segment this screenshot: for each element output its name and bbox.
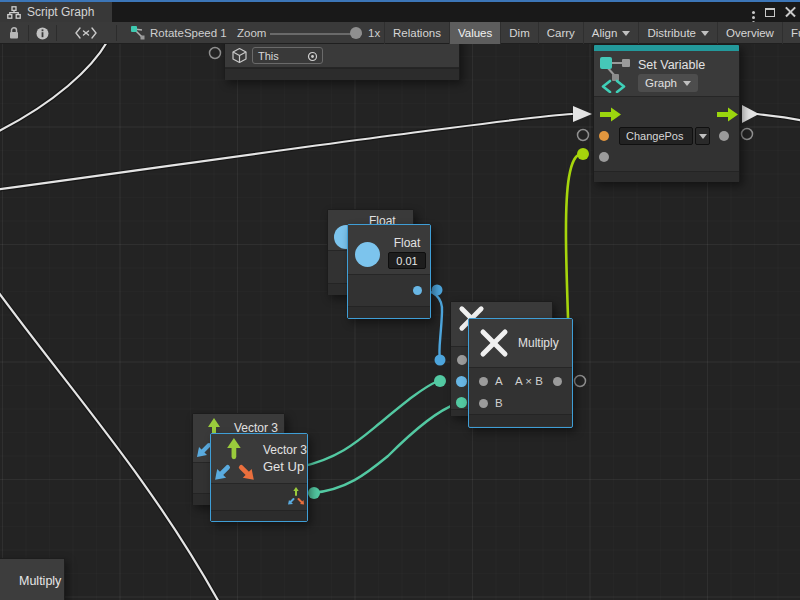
vector3-footer	[211, 510, 307, 521]
dropdown-distribute[interactable]: Distribute	[638, 22, 717, 44]
cube-icon	[231, 47, 248, 64]
multiply-port-b[interactable]	[479, 399, 488, 408]
setvariable-input-bubble	[578, 130, 589, 141]
toggle-relations[interactable]: Relations	[384, 22, 449, 44]
angle-brackets-x-icon	[75, 27, 97, 39]
toolbar-toggles: Relations Values Dim Carry Align Distrib…	[384, 22, 800, 44]
float-icon	[355, 242, 380, 267]
toggle-carry[interactable]: Carry	[538, 22, 583, 44]
this-node-port-bubble	[210, 48, 221, 59]
set-variable-title: Set Variable	[638, 58, 705, 72]
zoom-label: Zoom	[237, 22, 266, 44]
float-value-input[interactable]: 0.01	[388, 252, 426, 269]
multiply-footer	[469, 414, 572, 426]
this-node-footer	[225, 68, 459, 80]
multiply-back-port[interactable]	[457, 355, 467, 365]
float-title: Float	[388, 236, 426, 250]
tab-bar: Script Graph	[0, 2, 800, 22]
getup-output-dot	[308, 487, 320, 499]
variable-name-dropdown-button[interactable]	[695, 127, 710, 145]
chevron-down-icon	[701, 31, 709, 36]
multiply-port-a-label: A	[495, 375, 503, 387]
variable-name-value: ChangePos	[626, 130, 684, 142]
maximize-icon[interactable]	[765, 8, 775, 17]
graph-toolbar: RotateSpeed 1 Zoom 1x Relations Values D…	[0, 22, 800, 44]
toggle-full-screen[interactable]: Full Screen	[782, 22, 800, 44]
vector3-subtitle: Get Up	[263, 459, 304, 474]
node-multiply[interactable]: Multiply A A × B B	[468, 318, 573, 428]
wire-getup-to-multiply	[312, 404, 456, 493]
result-wire-end-dot	[577, 148, 589, 160]
close-icon[interactable]	[785, 7, 796, 18]
flow-arrowhead-out-of-setvariable	[742, 105, 759, 123]
chevron-down-icon	[622, 31, 630, 36]
flow-in-port[interactable]	[599, 107, 622, 122]
multiply-output-port[interactable]	[553, 377, 562, 386]
dropdown-align[interactable]: Align	[583, 22, 639, 44]
graph-hierarchy-icon	[7, 6, 21, 19]
float-wire-dot	[432, 285, 443, 296]
lock-button[interactable]	[0, 22, 28, 44]
multiply-port-a[interactable]	[479, 377, 488, 386]
multiply-corner-title: Multiply	[19, 574, 61, 588]
multiply-title: Multiply	[518, 336, 559, 350]
float-output-port[interactable]	[413, 286, 422, 295]
flow-arrowhead-into-setvariable	[573, 106, 592, 122]
edit-source-button[interactable]	[56, 22, 116, 44]
set-variable-output-port[interactable]	[719, 131, 729, 141]
this-field-value: This	[258, 50, 279, 62]
node-float[interactable]: Float 0.01	[347, 224, 431, 319]
zoom-slider-track[interactable]	[270, 33, 362, 35]
three-arrows-icon	[213, 437, 259, 483]
toggle-values[interactable]: Values	[449, 22, 500, 44]
graph-variable-icon	[598, 55, 634, 93]
script-graph-icon	[128, 22, 148, 44]
scope-label: Graph	[645, 77, 677, 89]
toggle-dim[interactable]: Dim	[500, 22, 537, 44]
float-wire-end-dot	[435, 355, 446, 366]
this-object-field[interactable]: This	[252, 47, 323, 64]
set-variable-footer	[594, 171, 739, 182]
float-footer	[348, 306, 430, 318]
node-multiply-corner[interactable]: Multiply	[0, 558, 65, 600]
node-vector3-get-up[interactable]: Vector 3 Get Up	[210, 433, 308, 522]
multiply-output-bubble	[575, 376, 586, 387]
info-button[interactable]	[28, 22, 56, 44]
target-icon[interactable]	[307, 51, 318, 62]
multiply-port-b-label: B	[495, 397, 503, 409]
node-set-variable[interactable]: Set Variable Graph ChangePos	[593, 44, 740, 182]
chevron-down-icon	[683, 81, 691, 86]
toggle-overview[interactable]: Overview	[717, 22, 782, 44]
multiply-back-port-a[interactable]	[456, 376, 467, 387]
setvariable-output-bubble	[742, 129, 753, 140]
float-value: 0.01	[396, 255, 417, 267]
tab-label: Script Graph	[27, 5, 94, 19]
info-circle-icon	[36, 27, 49, 40]
graph-name-label: RotateSpeed 1	[150, 22, 227, 44]
zoom-value: 1x	[368, 22, 380, 44]
vector3-wire-end-dot	[434, 375, 446, 387]
vector3-output-port-icon[interactable]	[286, 486, 306, 506]
window-menu-icon[interactable]	[752, 16, 755, 19]
variable-name-port[interactable]	[599, 131, 609, 141]
vector3-title: Vector 3	[263, 443, 307, 457]
set-variable-value-port[interactable]	[599, 152, 609, 162]
variable-name-field[interactable]: ChangePos	[619, 127, 693, 145]
flow-out-port[interactable]	[716, 107, 739, 122]
multiply-back-port-b[interactable]	[456, 397, 467, 408]
tab-script-graph[interactable]: Script Graph	[0, 2, 112, 22]
wire-vector3-back-to-multiply	[300, 381, 438, 467]
multiply-output-label: A × B	[515, 375, 543, 387]
cross-icon	[479, 328, 509, 358]
zoom-slider-handle[interactable]	[350, 27, 362, 39]
chevron-down-icon	[699, 134, 707, 139]
padlock-icon	[8, 26, 20, 40]
variable-scope-dropdown[interactable]: Graph	[638, 74, 698, 92]
